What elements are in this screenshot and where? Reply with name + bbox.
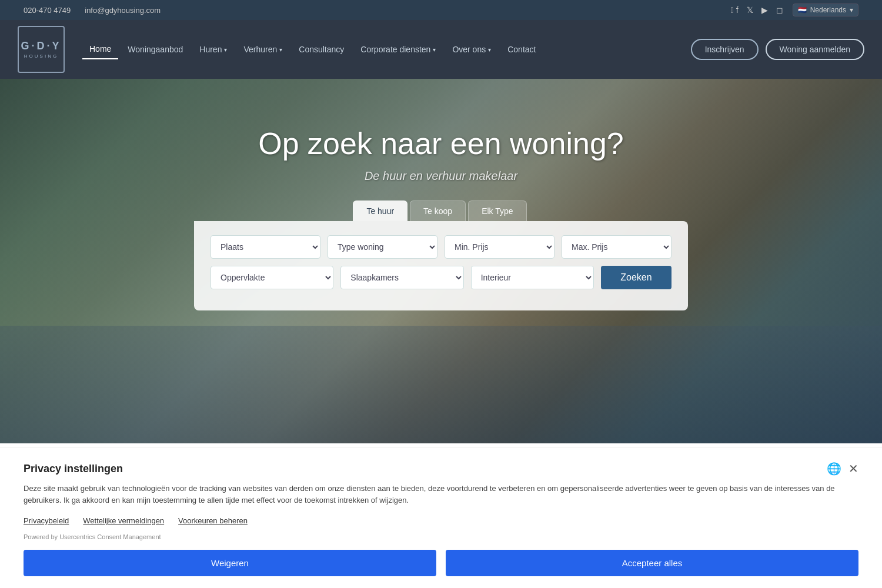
privacy-link-legal[interactable]: Wettelijke vermeldingen — [83, 516, 164, 525]
search-row-1: Plaats Type woning Min. Prijs Max. Prijs — [211, 235, 671, 259]
accepteer-button[interactable]: Accepteer alles — [446, 550, 858, 576]
tab-te-huur[interactable]: Te huur — [353, 201, 407, 221]
privacy-link-policy[interactable]: Privacybeleid — [24, 516, 69, 525]
max-prijs-select[interactable]: Max. Prijs — [562, 235, 671, 259]
hero-subtitle: De huur en verhuur makelaar — [365, 169, 517, 183]
nav-item-verhuren[interactable]: Verhuren ▾ — [236, 40, 289, 59]
flag-icon: 🇳🇱 — [798, 6, 807, 14]
oppervlakte-select[interactable]: Oppervlakte — [211, 266, 333, 289]
min-prijs-select[interactable]: Min. Prijs — [445, 235, 554, 259]
zoeken-button[interactable]: Zoeken — [601, 266, 671, 289]
hero-title: Op zoek naar een woning? — [258, 126, 624, 161]
type-woning-select[interactable]: Type woning — [328, 235, 437, 259]
logo-title: G·D·Y — [21, 40, 61, 52]
privacy-powered: Powered by Usercentrics Consent Manageme… — [24, 533, 858, 540]
tab-te-koop[interactable]: Te koop — [410, 201, 466, 221]
phone-number[interactable]: 020-470 4749 — [24, 6, 71, 15]
privacy-link-preferences[interactable]: Voorkeuren beheren — [178, 516, 248, 525]
privacy-links: Privacybeleid Wettelijke vermeldingen Vo… — [24, 516, 858, 525]
weigeren-button[interactable]: Weigeren — [24, 550, 436, 576]
inschrijven-button[interactable]: Inschrijven — [691, 39, 759, 60]
nav-item-huren[interactable]: Huren ▾ — [192, 40, 234, 59]
close-icon[interactable]: ✕ — [848, 462, 858, 476]
facebook-icon[interactable]:  f — [731, 5, 739, 15]
email-address[interactable]: info@gdyhousing.com — [85, 6, 161, 15]
corporate-chevron-icon: ▾ — [433, 46, 436, 53]
plaats-select[interactable]: Plaats — [211, 235, 320, 259]
slaapkamers-select[interactable]: Slaapkamers — [340, 266, 463, 289]
hero-content: Op zoek naar een woning? De huur en verh… — [0, 79, 882, 443]
nav-item-home[interactable]: Home — [82, 39, 118, 59]
navbar: G·D·Y HOUSING Home Woningaanbod Huren ▾ … — [0, 20, 882, 79]
youtube-icon[interactable]: ▶ — [761, 5, 768, 15]
nav-item-corporate[interactable]: Corporate diensten ▾ — [353, 40, 443, 59]
privacy-text: Deze site maakt gebruik van technologieë… — [24, 483, 858, 506]
huren-chevron-icon: ▾ — [224, 46, 227, 53]
nav-item-consultancy[interactable]: Consultancy — [292, 40, 351, 59]
logo-subtitle: HOUSING — [21, 54, 61, 59]
search-box: Plaats Type woning Min. Prijs Max. Prijs… — [194, 221, 688, 310]
privacy-title: Privacy instellingen — [24, 463, 123, 475]
woning-aanmelden-button[interactable]: Woning aanmelden — [766, 39, 864, 60]
hero-section: Op zoek naar een woning? De huur en verh… — [0, 79, 882, 443]
top-bar: 020-470 4749 info@gdyhousing.com  f 𝕏 ▶… — [0, 0, 882, 20]
interieur-select[interactable]: Interieur — [471, 266, 594, 289]
privacy-top: Privacy instellingen 🌐 ✕ — [24, 462, 858, 476]
nav-item-contact[interactable]: Contact — [500, 40, 543, 59]
top-bar-contact: 020-470 4749 info@gdyhousing.com — [24, 6, 161, 15]
nav-item-woningaanbod[interactable]: Woningaanbod — [121, 40, 190, 59]
privacy-banner: Privacy instellingen 🌐 ✕ Deze site maakt… — [0, 447, 882, 588]
social-icons:  f 𝕏 ▶ ◻ — [731, 5, 783, 15]
filter-tabs: Te huur Te koop Elk Type — [353, 201, 529, 221]
top-bar-right:  f 𝕏 ▶ ◻ 🇳🇱 Nederlands ▾ — [731, 4, 858, 16]
chevron-down-icon: ▾ — [850, 6, 853, 14]
twitter-x-icon[interactable]: 𝕏 — [747, 5, 753, 15]
instagram-icon[interactable]: ◻ — [776, 5, 783, 15]
nav-buttons: Inschrijven Woning aanmelden — [691, 39, 864, 60]
nav-item-overons[interactable]: Over ons ▾ — [445, 40, 498, 59]
tab-elk-type[interactable]: Elk Type — [468, 201, 526, 221]
overons-chevron-icon: ▾ — [488, 46, 491, 53]
language-selector[interactable]: 🇳🇱 Nederlands ▾ — [793, 4, 858, 16]
search-row-2: Oppervlakte Slaapkamers Interieur Zoeken — [211, 266, 671, 289]
privacy-buttons: Weigeren Accepteer alles — [24, 550, 858, 576]
verhuren-chevron-icon: ▾ — [279, 46, 282, 53]
privacy-icons: 🌐 ✕ — [827, 462, 858, 476]
globe-icon[interactable]: 🌐 — [827, 462, 841, 476]
logo-inner: G·D·Y HOUSING — [21, 40, 61, 59]
language-label: Nederlands — [810, 6, 846, 14]
logo[interactable]: G·D·Y HOUSING — [18, 26, 65, 73]
nav-links: Home Woningaanbod Huren ▾ Verhuren ▾ Con… — [82, 39, 691, 59]
